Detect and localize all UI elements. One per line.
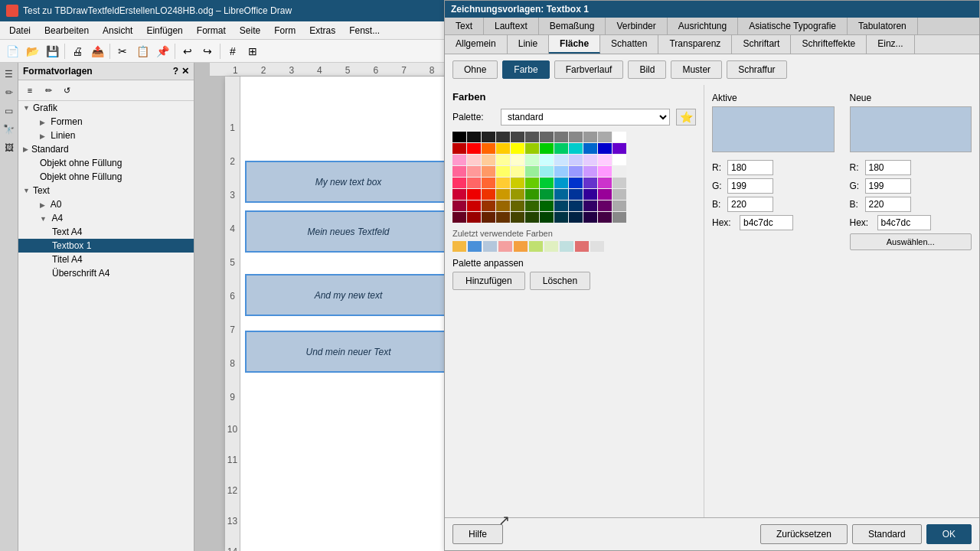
color-cell-4-4[interactable] bbox=[511, 178, 524, 188]
color-cell-3-8[interactable] bbox=[569, 166, 583, 177]
menu-item-fenst[interactable]: Fenst... bbox=[343, 24, 386, 37]
tab-schatten[interactable]: Schatten bbox=[600, 35, 658, 54]
tab-schriftart[interactable]: Schriftart bbox=[732, 35, 791, 54]
color-cell-7-10[interactable] bbox=[598, 212, 612, 223]
color-cell-7-7[interactable] bbox=[554, 212, 568, 223]
color-cell-4-10[interactable] bbox=[598, 178, 612, 188]
color-cell-4-3[interactable] bbox=[496, 178, 510, 188]
shapes-btn[interactable]: ▭ bbox=[1, 103, 18, 119]
color-cell-3-5[interactable] bbox=[525, 166, 539, 177]
tree-item-objekt2[interactable]: Objekt ohne Füllung bbox=[18, 170, 194, 184]
color-cell-6-4[interactable] bbox=[511, 201, 524, 211]
menu-item-seite[interactable]: Seite bbox=[234, 24, 266, 37]
styles-list-btn[interactable]: ≡ bbox=[21, 82, 38, 99]
color-cell-1-11[interactable] bbox=[612, 143, 626, 154]
fill-bild-btn[interactable]: Bild bbox=[628, 60, 666, 79]
color-cell-5-2[interactable] bbox=[482, 189, 495, 200]
fill-farbe-btn[interactable]: Farbe bbox=[502, 60, 549, 79]
r-input-neue[interactable] bbox=[865, 160, 911, 175]
color-cell-7-2[interactable] bbox=[482, 212, 495, 223]
tree-item-objekt1[interactable]: Objekt ohne Füllung bbox=[18, 156, 194, 170]
color-cell-7-0[interactable] bbox=[452, 212, 466, 223]
color-cell-1-4[interactable] bbox=[511, 143, 524, 154]
color-cell-5-5[interactable] bbox=[525, 189, 539, 200]
tab-allgemein[interactable]: Allgemein bbox=[445, 35, 508, 54]
color-cell-2-11[interactable] bbox=[612, 155, 626, 165]
recent-color-9[interactable] bbox=[590, 241, 604, 252]
export-btn[interactable]: 📤 bbox=[88, 42, 106, 60]
color-cell-0-4[interactable] bbox=[511, 132, 524, 142]
color-cell-2-0[interactable] bbox=[452, 155, 466, 165]
tab-asiatisch[interactable]: Asiatische Typografie bbox=[738, 18, 848, 34]
menu-item-extras[interactable]: Extras bbox=[303, 24, 341, 37]
recent-color-2[interactable] bbox=[483, 241, 497, 252]
color-cell-1-1[interactable] bbox=[467, 143, 481, 154]
palette-select[interactable]: standard bbox=[501, 109, 670, 126]
color-cell-7-1[interactable] bbox=[467, 212, 481, 223]
b-input-neue[interactable] bbox=[865, 197, 911, 212]
color-cell-2-7[interactable] bbox=[554, 155, 568, 165]
snap-btn[interactable]: ⊞ bbox=[243, 42, 262, 60]
color-cell-4-6[interactable] bbox=[540, 178, 554, 188]
tree-item-ueberschrift-a4[interactable]: Überschrift A4 bbox=[18, 266, 194, 280]
color-cell-2-8[interactable] bbox=[569, 155, 583, 165]
color-cell-7-6[interactable] bbox=[540, 212, 554, 223]
color-cell-3-0[interactable] bbox=[452, 166, 466, 177]
tab-bemasssung[interactable]: Bemaßung bbox=[539, 18, 606, 34]
recent-color-5[interactable] bbox=[529, 241, 543, 252]
color-cell-2-4[interactable] bbox=[511, 155, 524, 165]
color-cell-3-6[interactable] bbox=[540, 166, 554, 177]
b-input-aktive[interactable] bbox=[727, 197, 773, 212]
ok-btn[interactable]: OK bbox=[926, 524, 972, 544]
color-cell-7-9[interactable] bbox=[583, 212, 597, 223]
color-cell-6-2[interactable] bbox=[482, 201, 495, 211]
g-input-neue[interactable] bbox=[865, 178, 911, 194]
color-cell-4-8[interactable] bbox=[569, 178, 583, 188]
help-icon[interactable]: ? bbox=[173, 66, 178, 77]
open-btn[interactable]: 📂 bbox=[23, 42, 41, 60]
color-cell-2-10[interactable] bbox=[598, 155, 612, 165]
color-cell-0-6[interactable] bbox=[540, 132, 554, 142]
color-cell-4-9[interactable] bbox=[583, 178, 597, 188]
menu-item-einfgen[interactable]: Einfügen bbox=[140, 24, 188, 37]
color-cell-5-4[interactable] bbox=[511, 189, 524, 200]
hex-input-aktive[interactable] bbox=[740, 215, 793, 230]
color-cell-3-7[interactable] bbox=[554, 166, 568, 177]
tab-lauftext[interactable]: Lauftext bbox=[484, 18, 539, 34]
tree-item-formen[interactable]: ▶ Formen bbox=[18, 115, 194, 129]
color-cell-6-9[interactable] bbox=[583, 201, 597, 211]
fill-ohne-btn[interactable]: Ohne bbox=[452, 60, 498, 79]
fill-schraffur-btn[interactable]: Schraffur bbox=[727, 60, 786, 79]
tab-text[interactable]: Text bbox=[445, 18, 484, 34]
tab-linie[interactable]: Linie bbox=[508, 35, 549, 54]
color-cell-0-5[interactable] bbox=[525, 132, 539, 142]
color-cell-4-1[interactable] bbox=[467, 178, 481, 188]
color-cell-3-2[interactable] bbox=[482, 166, 495, 177]
color-cell-0-2[interactable] bbox=[482, 132, 495, 142]
canvas-textbox-1[interactable]: My new text box bbox=[245, 161, 452, 203]
cut-btn[interactable]: ✂ bbox=[113, 42, 132, 60]
color-cell-4-5[interactable] bbox=[525, 178, 539, 188]
copy-btn[interactable]: 📋 bbox=[133, 42, 152, 60]
color-cell-1-5[interactable] bbox=[525, 143, 539, 154]
color-cell-4-11[interactable] bbox=[612, 178, 626, 188]
sidebar-toggle-btn[interactable]: ☰ bbox=[1, 66, 18, 83]
standard-btn[interactable]: Standard bbox=[852, 524, 922, 544]
menu-item-ansicht[interactable]: Ansicht bbox=[96, 24, 139, 37]
color-cell-4-0[interactable] bbox=[452, 178, 466, 188]
color-cell-1-9[interactable] bbox=[583, 143, 597, 154]
new-btn[interactable]: 📄 bbox=[3, 42, 21, 60]
color-cell-1-10[interactable] bbox=[598, 143, 612, 154]
recent-color-0[interactable] bbox=[452, 241, 466, 252]
color-cell-5-10[interactable] bbox=[598, 189, 612, 200]
hinzufuegen-btn[interactable]: Hinzufügen bbox=[452, 272, 525, 290]
color-cell-5-8[interactable] bbox=[569, 189, 583, 200]
recent-color-1[interactable] bbox=[468, 241, 482, 252]
tab-ausrichtung[interactable]: Ausrichtung bbox=[668, 18, 738, 34]
grid-btn[interactable]: # bbox=[224, 42, 242, 60]
r-input-aktive[interactable] bbox=[727, 160, 773, 175]
color-cell-3-1[interactable] bbox=[467, 166, 481, 177]
menu-item-form[interactable]: Form bbox=[268, 24, 302, 37]
menu-item-datei[interactable]: Datei bbox=[3, 24, 37, 37]
recent-color-8[interactable] bbox=[575, 241, 589, 252]
